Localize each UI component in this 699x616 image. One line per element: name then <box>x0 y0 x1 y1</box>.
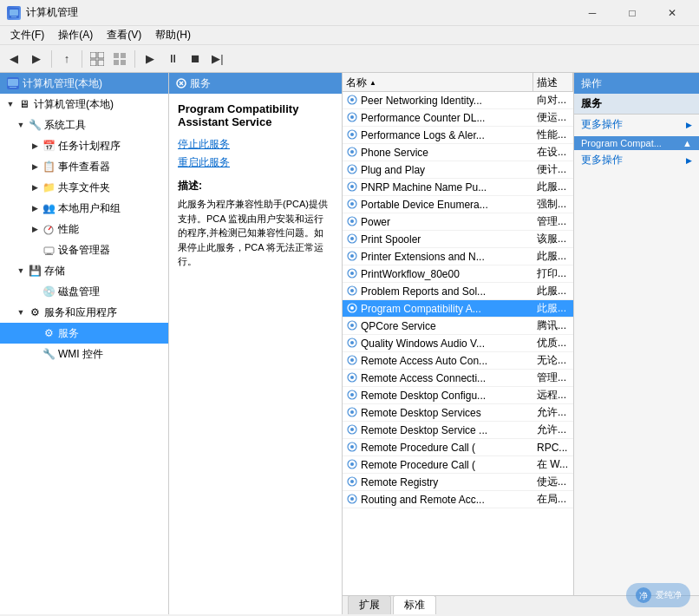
svg-point-39 <box>350 237 354 240</box>
toolbar-btn-view2[interactable] <box>109 49 130 69</box>
toggle-devmgr[interactable] <box>28 243 42 257</box>
up-button[interactable]: ↑ <box>56 49 77 69</box>
play-button[interactable]: ▶ <box>140 49 160 69</box>
cell-service-name: Remote Desktop Service ... <box>343 422 533 438</box>
cell-service-desc: 该服... <box>533 231 573 247</box>
table-row[interactable]: Remote Procedure Call (RPC... <box>343 439 573 456</box>
back-button[interactable]: ◀ <box>3 49 24 69</box>
toggle-services-app[interactable]: ▼ <box>14 305 28 319</box>
table-row[interactable]: Routing and Remote Acc...在局... <box>343 491 573 508</box>
minimize-button[interactable]: ─ <box>572 0 612 26</box>
col-header-desc[interactable]: 描述 <box>533 73 573 92</box>
right-action-more1[interactable]: 更多操作 ▶ <box>574 115 699 134</box>
close-button[interactable]: ✕ <box>652 0 692 26</box>
toggle-perf[interactable]: ▶ <box>28 222 42 236</box>
toggle-root[interactable]: ▼ <box>3 97 17 111</box>
sidebar-item-users[interactable]: ▶ 👥 本地用户和组 <box>0 198 168 219</box>
content-area: 服务 Program Compatibility Assistant Servi… <box>169 73 699 614</box>
toggle-storage[interactable]: ▼ <box>14 264 28 278</box>
service-row-icon <box>346 147 358 159</box>
right-action-more2[interactable]: 更多操作 ▶ <box>574 150 699 170</box>
svg-point-67 <box>350 480 354 483</box>
sidebar-item-eventviewer[interactable]: ▶ 📋 事件查看器 <box>0 156 168 177</box>
toggle-wmi[interactable] <box>28 347 42 361</box>
table-row[interactable]: Phone Service在设... <box>343 144 573 161</box>
cell-service-desc: 便运... <box>533 109 573 126</box>
stop-button[interactable]: ⏹ <box>185 49 206 69</box>
cell-service-desc: 管理... <box>533 213 573 230</box>
tab-standard[interactable]: 标准 <box>393 595 436 614</box>
menu-file[interactable]: 文件(F) <box>3 26 51 44</box>
table-row[interactable]: Print Spooler该服... <box>343 231 573 248</box>
sidebar-item-wmi[interactable]: 🔧 WMI 控件 <box>0 344 168 364</box>
pause-button[interactable]: ⏸ <box>162 49 183 69</box>
menu-action[interactable]: 操作(A) <box>51 26 100 44</box>
toggle-system[interactable]: ▼ <box>14 118 28 132</box>
stop-service-link[interactable]: 停止此服务 <box>178 137 333 152</box>
col-header-name[interactable]: 名称 ▲ <box>343 73 533 92</box>
sidebar-item-scheduler[interactable]: ▶ 📅 任务计划程序 <box>0 135 168 156</box>
table-row[interactable]: Power管理... <box>343 213 573 231</box>
table-row[interactable]: Remote Procedure Call (在 W... <box>343 456 573 474</box>
table-row[interactable]: Remote Desktop Service ...允许... <box>343 422 573 439</box>
service-row-icon <box>346 285 358 298</box>
sidebar-item-devmgr[interactable]: 设备管理器 <box>0 239 168 260</box>
service-row-icon <box>346 164 358 176</box>
service-row-icon <box>346 112 358 124</box>
service-row-icon <box>346 337 358 350</box>
toggle-shared[interactable]: ▶ <box>28 180 42 194</box>
service-detail-title: 服务 <box>190 76 211 91</box>
maximize-button[interactable]: □ <box>612 0 652 26</box>
toggle-users[interactable]: ▶ <box>28 201 42 215</box>
restart-button[interactable]: ▶| <box>207 49 228 69</box>
forward-button[interactable]: ▶ <box>26 49 47 69</box>
restart-service-link[interactable]: 重启此服务 <box>178 155 333 170</box>
sort-arrow-icon: ▲ <box>369 79 376 87</box>
app-icon <box>7 6 21 20</box>
menu-help[interactable]: 帮助(H) <box>148 26 198 44</box>
toolbar: ◀ ▶ ↑ ▶ ⏸ ⏹ ▶| <box>0 45 699 73</box>
table-row[interactable]: Performance Counter DL...便运... <box>343 109 573 127</box>
table-row[interactable]: Plug and Play便计... <box>343 161 573 179</box>
sidebar-item-services[interactable]: ⚙ 服务 <box>0 323 168 344</box>
table-row[interactable]: Remote Access Connecti...管理... <box>343 370 573 387</box>
sidebar-item-root[interactable]: ▼ 🖥 计算机管理(本地) <box>0 94 168 115</box>
computer-icon: 🖥 <box>17 97 31 111</box>
table-row[interactable]: PrintWorkflow_80e00打印... <box>343 265 573 283</box>
sidebar-item-system[interactable]: ▼ 🔧 系统工具 <box>0 115 168 135</box>
table-row[interactable]: Quality Windows Audio V...优质... <box>343 335 573 352</box>
cell-service-desc: 在设... <box>533 144 573 161</box>
table-row[interactable]: Remote Access Auto Con...无论... <box>343 352 573 370</box>
table-row[interactable]: Printer Extensions and N...此服... <box>343 248 573 265</box>
table-row[interactable]: Remote Desktop Configu...远程... <box>343 387 573 404</box>
table-row[interactable]: Program Compatibility A...此服... <box>343 300 573 318</box>
table-row[interactable]: Portable Device Enumera...强制... <box>343 196 573 213</box>
table-row[interactable]: Remote Desktop Services允许... <box>343 404 573 422</box>
toggle-diskmgr[interactable] <box>28 285 42 298</box>
table-row[interactable]: PNRP Machine Name Pu...此服... <box>343 179 573 196</box>
svg-point-43 <box>350 272 354 275</box>
svg-point-59 <box>350 410 354 414</box>
table-row[interactable]: QPCore Service腾讯... <box>343 318 573 335</box>
sidebar-item-services-app[interactable]: ▼ ⚙ 服务和应用程序 <box>0 302 168 323</box>
table-row[interactable]: Problem Reports and Sol...此服... <box>343 283 573 300</box>
right-panel-header: 操作 <box>574 73 699 94</box>
perf-icon <box>42 222 56 236</box>
table-row[interactable]: Peer Networking Identity...向对... <box>343 92 573 109</box>
selected-service-name: Program Compatibility Assistant Service <box>178 102 333 128</box>
sidebar-item-perf[interactable]: ▶ 性能 <box>0 219 168 239</box>
sidebar-item-storage[interactable]: ▼ 💾 存储 <box>0 260 168 281</box>
menu-view[interactable]: 查看(V) <box>100 26 148 44</box>
table-row[interactable]: Performance Logs & Aler...性能... <box>343 127 573 144</box>
toggle-services[interactable] <box>28 326 42 340</box>
toggle-scheduler[interactable]: ▶ <box>28 139 42 153</box>
toggle-eventviewer[interactable]: ▶ <box>28 160 42 174</box>
sidebar-item-diskmgr[interactable]: 💿 磁盘管理 <box>0 281 168 302</box>
show-hide-tree[interactable] <box>87 49 108 69</box>
service-row-icon <box>346 95 358 107</box>
sidebar-item-shared[interactable]: ▶ 📁 共享文件夹 <box>0 177 168 198</box>
svg-rect-16 <box>44 247 54 253</box>
service-row-icon <box>346 181 358 193</box>
table-row[interactable]: Remote Registry使远... <box>343 474 573 491</box>
tab-expand[interactable]: 扩展 <box>348 595 391 614</box>
